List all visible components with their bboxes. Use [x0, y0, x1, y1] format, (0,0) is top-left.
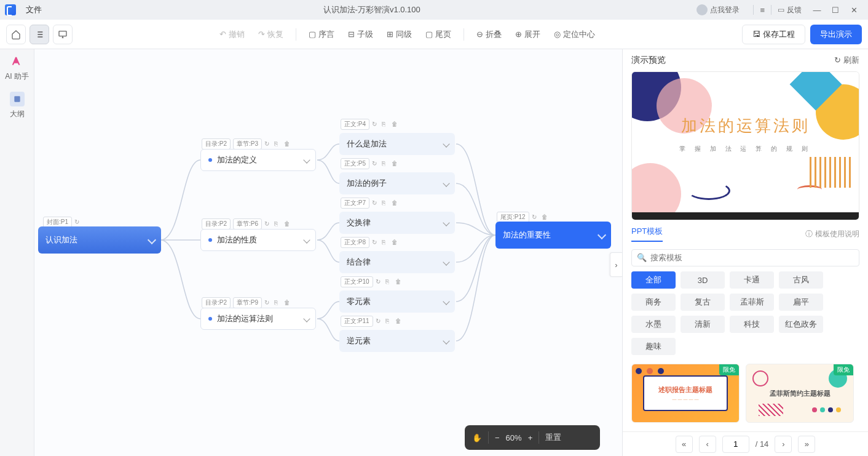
node-tag: 正文:P5↻⎘🗑 — [341, 158, 399, 169]
category-chip[interactable]: 古风 — [779, 271, 823, 289]
delete-icon[interactable]: 🗑 — [542, 214, 549, 221]
template-card[interactable]: 孟菲斯简约主题标题 限免 — [746, 364, 854, 423]
mindmap-final-node[interactable]: 加法的重要性 — [495, 222, 611, 249]
slide-subtitle: 掌 握 加 法 运 算 的 规 则 — [632, 145, 859, 153]
sidebar-outline[interactable]: 大纲 — [10, 92, 25, 119]
present-view-button[interactable] — [53, 25, 73, 44]
home-button[interactable] — [6, 25, 26, 44]
pager-page-input[interactable] — [722, 436, 749, 453]
mindmap-node[interactable]: 加法的例子 — [339, 172, 455, 194]
delete-icon[interactable]: 🗑 — [284, 140, 291, 148]
copy-icon[interactable]: ⎘ — [274, 299, 282, 306]
refresh-icon[interactable]: ↻ — [264, 299, 272, 306]
peer-button[interactable]: ⊞同级 — [382, 26, 417, 42]
category-chip[interactable]: 水墨 — [631, 316, 676, 333]
copy-icon[interactable]: ⎘ — [274, 140, 282, 148]
delete-icon[interactable]: 🗑 — [392, 199, 399, 207]
category-chip[interactable]: 卡通 — [730, 271, 774, 289]
mindmap-node[interactable]: 结合律 — [339, 251, 455, 273]
copy-icon[interactable]: ⎘ — [382, 160, 389, 167]
category-chip[interactable]: 扁平 — [779, 294, 823, 311]
save-project-button[interactable]: 🖫保存工程 — [742, 25, 805, 44]
minimize-button[interactable]: — — [808, 1, 826, 18]
pager-first-button[interactable]: « — [676, 436, 693, 453]
sublevel-button[interactable]: ⊟子级 — [343, 26, 378, 42]
category-chip[interactable]: 全部 — [631, 271, 676, 289]
pager-last-button[interactable]: » — [798, 436, 815, 453]
mindmap-node[interactable]: 逆元素 — [339, 330, 455, 352]
delete-icon[interactable]: 🗑 — [392, 121, 399, 128]
close-button[interactable]: ✕ — [845, 1, 863, 18]
tail-button[interactable]: ▢尾页 — [420, 26, 456, 42]
next-slide-button[interactable]: ⏭ — [686, 220, 694, 220]
fullscreen-button[interactable]: ⛶ — [842, 220, 850, 220]
refresh-icon[interactable]: ↻ — [264, 140, 272, 148]
login-button[interactable]: 点我登录 — [696, 4, 740, 15]
undo-button[interactable]: ↶撤销 — [215, 26, 250, 42]
template-card[interactable]: 述职报告主题标题— — — — — 限免 — [631, 364, 740, 423]
delete-icon[interactable]: 🗑 — [392, 160, 399, 167]
pan-icon[interactable]: ✋ — [472, 433, 482, 442]
mindmap-node[interactable]: 加法的性质 — [200, 229, 316, 251]
delete-icon[interactable]: 🗑 — [395, 278, 403, 286]
delete-icon[interactable]: 🗑 — [395, 318, 403, 325]
refresh-icon[interactable]: ↻ — [372, 239, 379, 246]
copy-icon[interactable]: ⎘ — [382, 239, 389, 246]
category-chip[interactable]: 商务 — [631, 294, 676, 311]
fold-button[interactable]: ⊖折叠 — [471, 26, 507, 42]
outline-view-button[interactable] — [30, 25, 49, 44]
mindmap-node[interactable]: 交换律 — [339, 212, 455, 234]
sidebar-ai-assistant[interactable]: AI 助手 — [5, 54, 29, 82]
pager-next-button[interactable]: › — [775, 436, 792, 453]
feedback-button[interactable]: ▭ 反馈 — [778, 5, 802, 15]
copy-icon[interactable]: ⎘ — [385, 278, 393, 286]
zoom-in-button[interactable]: + — [528, 433, 533, 442]
mindmap-node[interactable]: 加法的定义 — [200, 149, 316, 171]
zoom-out-button[interactable]: − — [495, 433, 500, 442]
center-button[interactable]: ◎定位中心 — [549, 26, 600, 42]
copy-icon[interactable]: ⎘ — [274, 220, 282, 228]
refresh-icon[interactable]: ↻ — [372, 121, 379, 128]
tab-ppt-templates[interactable]: PPT模板 — [631, 226, 663, 242]
mindmap-canvas[interactable]: 封面:P1 ↻ 认识加法 目录:P2章节:P3↻⎘🗑 加法的定义 目录:P2章节… — [34, 49, 622, 456]
mindmap-node[interactable]: 什么是加法 — [339, 133, 455, 155]
export-button[interactable]: 导出演示 — [810, 25, 862, 44]
mindmap-node[interactable]: 零元素 — [339, 290, 455, 313]
delete-icon[interactable]: 🗑 — [284, 220, 291, 228]
category-chip[interactable]: 科技 — [730, 316, 774, 333]
menu-file[interactable]: 文件 — [21, 3, 47, 17]
refresh-icon[interactable]: ↻ — [532, 214, 539, 221]
mindmap-root-node[interactable]: 认识加法 — [38, 226, 161, 254]
maximize-button[interactable]: ☐ — [826, 1, 845, 18]
redo-button[interactable]: ↷恢复 — [253, 26, 288, 42]
refresh-icon[interactable]: ↻ — [376, 278, 383, 286]
template-help-link[interactable]: ⓘ模板使用说明 — [805, 229, 859, 239]
copy-icon[interactable]: ⎘ — [382, 121, 389, 128]
pager-prev-button[interactable]: ‹ — [699, 436, 716, 453]
collapse-panel-button[interactable]: › — [610, 252, 622, 277]
template-search[interactable]: 🔍 — [631, 249, 859, 267]
first-slide-button[interactable]: ⏮ — [641, 220, 649, 220]
category-chip[interactable]: 清新 — [681, 316, 725, 333]
zoom-reset-button[interactable]: 重置 — [545, 432, 561, 443]
category-chip[interactable]: 趣味 — [631, 338, 676, 355]
refresh-icon[interactable]: ↻ — [372, 199, 379, 207]
category-chip[interactable]: 孟菲斯 — [730, 294, 774, 311]
copy-icon[interactable]: ⎘ — [382, 199, 389, 207]
search-input[interactable] — [650, 253, 854, 262]
preface-button[interactable]: ▢序言 — [304, 26, 339, 42]
expand-button[interactable]: ⊕展开 — [510, 26, 545, 42]
hamburger-icon[interactable]: ≡ — [760, 6, 765, 15]
refresh-icon[interactable]: ↻ — [74, 218, 82, 226]
refresh-preview-button[interactable]: ↻刷新 — [834, 55, 859, 66]
refresh-icon[interactable]: ↻ — [376, 318, 383, 325]
delete-icon[interactable]: 🗑 — [392, 239, 399, 246]
category-chip[interactable]: 复古 — [681, 294, 725, 311]
copy-icon[interactable]: ⎘ — [385, 318, 393, 325]
delete-icon[interactable]: 🗑 — [284, 299, 291, 306]
category-chip[interactable]: 红色政务 — [779, 316, 823, 333]
refresh-icon[interactable]: ↻ — [264, 220, 272, 228]
category-chip[interactable]: 3D — [681, 271, 725, 289]
refresh-icon[interactable]: ↻ — [372, 160, 379, 167]
mindmap-node[interactable]: 加法的运算法则 — [200, 308, 316, 330]
